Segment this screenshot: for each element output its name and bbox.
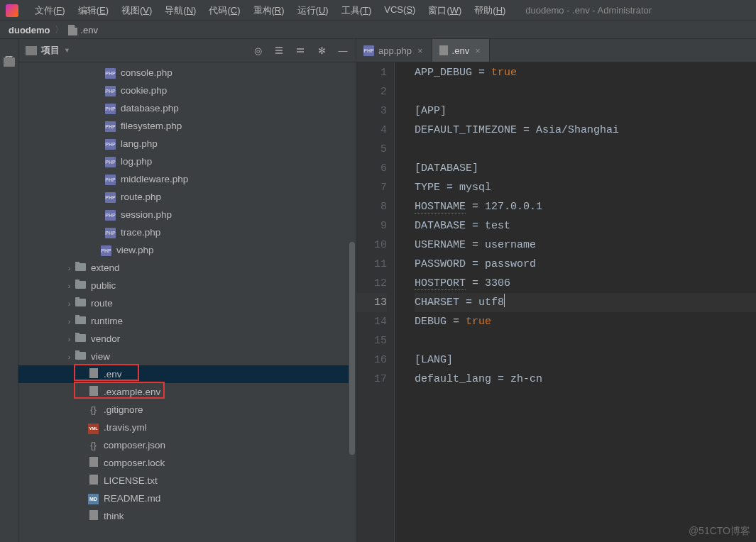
line-number[interactable]: 9 — [356, 216, 387, 236]
tree-file[interactable]: PHPfilesystem.php — [18, 117, 356, 135]
tree-file[interactable]: PHProute.php — [18, 188, 356, 206]
tree-file[interactable]: PHPlang.php — [18, 135, 356, 153]
code-line[interactable] — [415, 82, 756, 101]
tree-file[interactable]: PHPlog.php — [18, 153, 356, 170]
code-line[interactable]: DEBUG = true — [415, 312, 756, 331]
tree-folder[interactable]: ›vendor — [18, 330, 356, 348]
line-number[interactable]: 8 — [356, 197, 387, 216]
tree-file[interactable]: .example.env — [18, 383, 356, 401]
line-number[interactable]: 17 — [356, 370, 387, 389]
tree-folder[interactable]: ›route — [18, 294, 356, 312]
menu-item[interactable]: 文件(F) — [28, 4, 72, 17]
line-number[interactable]: 5 — [356, 140, 387, 159]
close-icon[interactable]: × — [473, 45, 482, 56]
breadcrumb-project[interactable]: duodemo — [9, 25, 50, 35]
tree-file[interactable]: PHPdatabase.php — [18, 99, 356, 117]
folder-icon[interactable] — [4, 57, 15, 67]
close-icon[interactable]: × — [416, 45, 424, 56]
menu-item[interactable]: 视图(V) — [115, 4, 158, 17]
tree-file[interactable]: PHPconsole.php — [18, 64, 356, 82]
code-line[interactable]: [APP] — [415, 101, 756, 121]
tree-file[interactable]: composer.lock — [18, 454, 356, 472]
tree-folder[interactable]: ›runtime — [18, 312, 356, 330]
tree-file[interactable]: MDREADME.md — [18, 490, 356, 507]
gear-icon[interactable]: ✻ — [316, 45, 327, 56]
menu-item[interactable]: VCS(S) — [378, 4, 422, 17]
editor-tab[interactable]: .env× — [432, 39, 490, 62]
line-number[interactable]: 11 — [356, 255, 387, 274]
line-number[interactable]: 2 — [356, 82, 387, 101]
code-line[interactable]: HOSTPORT = 3306 — [415, 274, 756, 293]
line-number[interactable]: 7 — [356, 178, 387, 197]
code-line[interactable]: [LANG] — [415, 350, 756, 370]
watermark: @51CTO博客 — [689, 525, 750, 538]
tree-file[interactable]: .env — [18, 365, 356, 383]
menu-item[interactable]: 代码(C) — [202, 4, 246, 17]
tree-file[interactable]: PHPtrace.php — [18, 223, 356, 241]
menu-item[interactable]: 窗口(W) — [422, 4, 468, 17]
menu-item[interactable]: 工具(T) — [335, 4, 378, 17]
chevron-right-icon[interactable]: › — [64, 264, 75, 272]
editor-code[interactable]: APP_DEBUG = true[APP]DEFAULT_TIMEZONE = … — [395, 62, 756, 542]
editor-tab[interactable]: PHPapp.php× — [356, 39, 432, 62]
code-line[interactable]: TYPE = mysql — [415, 178, 756, 197]
code-line[interactable]: USERNAME = username — [415, 236, 756, 255]
menu-item[interactable]: 导航(N) — [158, 4, 202, 17]
tree-file[interactable]: LICENSE.txt — [18, 472, 356, 490]
project-tool-button[interactable]: 项目 — [3, 46, 15, 52]
chevron-right-icon[interactable]: › — [64, 353, 75, 361]
line-number[interactable]: 4 — [356, 121, 387, 140]
code-line[interactable]: PASSWORD = password — [415, 255, 756, 274]
code-line[interactable]: DATABASE = test — [415, 216, 756, 236]
menu-item[interactable]: 重构(R) — [247, 4, 291, 17]
code-line[interactable] — [415, 331, 756, 350]
line-number[interactable]: 12 — [356, 274, 387, 293]
tree-file[interactable]: PHPmiddleware.php — [18, 170, 356, 188]
tree-label: session.php — [121, 209, 172, 220]
line-number[interactable]: 6 — [356, 159, 387, 178]
chevron-right-icon[interactable]: › — [64, 299, 75, 308]
code-line[interactable]: APP_DEBUG = true — [415, 63, 756, 82]
line-number[interactable]: 16 — [356, 350, 387, 370]
tree-label: .gitignore — [104, 404, 143, 415]
chevron-down-icon[interactable]: ▼ — [64, 47, 70, 54]
code-line[interactable] — [415, 140, 756, 159]
tree-file[interactable]: {}composer.json — [18, 436, 356, 454]
line-number[interactable]: 14 — [356, 312, 387, 331]
tree-file[interactable]: PHPcookie.php — [18, 82, 356, 99]
expand-all-icon[interactable] — [273, 45, 285, 56]
tree-file[interactable]: PHPsession.php — [18, 206, 356, 223]
menu-item[interactable]: 帮助(H) — [468, 4, 512, 17]
tree-file[interactable]: YML.travis.yml — [18, 419, 356, 436]
hide-panel-icon[interactable]: — — [337, 45, 349, 56]
code-line[interactable]: HOSTNAME = 127.0.0.1 — [415, 197, 756, 216]
breadcrumb-file[interactable]: .env — [81, 25, 99, 35]
project-tree[interactable]: PHPconsole.phpPHPcookie.phpPHPdatabase.p… — [18, 62, 356, 526]
code-line[interactable]: CHARSET = utf8 — [415, 293, 756, 312]
tree-file[interactable]: PHPview.php — [18, 241, 356, 259]
project-panel: 项目 ▼ ◎ ✻ — PHPconsole.phpPHPcookie.phpPH… — [18, 39, 356, 542]
editor-gutter[interactable]: 1234567891011121314151617 — [356, 62, 395, 542]
line-number[interactable]: 13 — [356, 293, 387, 312]
tree-file[interactable]: think — [18, 507, 356, 525]
tree-file[interactable]: {}.gitignore — [18, 401, 356, 419]
line-number[interactable]: 3 — [356, 101, 387, 121]
menu-item[interactable]: 运行(U) — [291, 4, 335, 17]
chevron-right-icon[interactable]: › — [64, 317, 75, 326]
scrollbar-thumb[interactable] — [349, 242, 355, 455]
collapse-all-icon[interactable] — [295, 45, 306, 56]
line-number[interactable]: 15 — [356, 331, 387, 350]
scrollbar-track[interactable] — [349, 62, 356, 542]
chevron-right-icon[interactable]: › — [64, 335, 75, 343]
line-number[interactable]: 1 — [356, 63, 387, 82]
code-line[interactable]: DEFAULT_TIMEZONE = Asia/Shanghai — [415, 121, 756, 140]
menu-item[interactable]: 编辑(E) — [72, 4, 115, 17]
code-line[interactable]: [DATABASE] — [415, 159, 756, 178]
tree-folder[interactable]: ›view — [18, 348, 356, 365]
tree-folder[interactable]: ›public — [18, 277, 356, 294]
code-line[interactable]: default_lang = zh-cn — [415, 370, 756, 389]
tree-folder[interactable]: ›extend — [18, 259, 356, 277]
target-icon[interactable]: ◎ — [252, 45, 263, 56]
line-number[interactable]: 10 — [356, 236, 387, 255]
chevron-right-icon[interactable]: › — [64, 282, 75, 290]
